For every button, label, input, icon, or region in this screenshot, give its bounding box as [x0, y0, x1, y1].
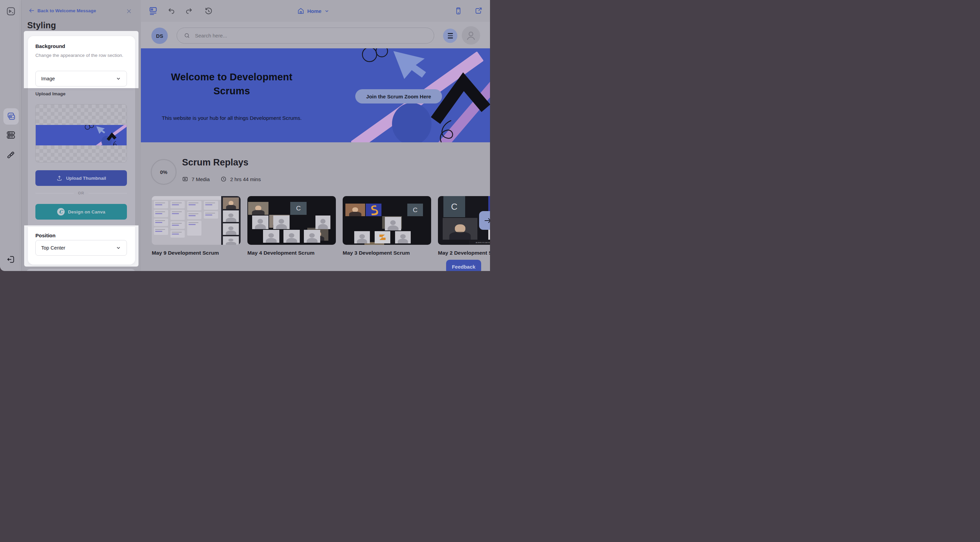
history-button[interactable] — [204, 6, 213, 15]
or-divider: OR — [35, 191, 127, 195]
sections-icon — [148, 6, 158, 16]
chevron-down-icon — [116, 245, 121, 250]
chevron-down-icon — [116, 76, 121, 81]
media-rows-icon — [6, 130, 16, 140]
close-button[interactable] — [126, 8, 132, 14]
editor-main: Home DS — [141, 0, 490, 271]
transparency-checker — [36, 105, 127, 125]
position-label: Position — [35, 233, 56, 238]
video-card[interactable]: C — [247, 196, 336, 245]
preview-banner — [36, 125, 127, 145]
player-icon — [6, 6, 16, 16]
search-input[interactable] — [194, 32, 427, 39]
panel-title: Styling — [27, 21, 56, 30]
position-card: Position Top Center — [28, 227, 135, 265]
exit-button[interactable] — [6, 255, 16, 264]
playlist-title: Scrum Replays — [182, 157, 248, 168]
rail-item-styling-brush[interactable] — [6, 150, 16, 159]
page-name: Home — [307, 8, 321, 14]
background-description: Change the appearance of the row section… — [35, 52, 127, 59]
video-card[interactable] — [152, 196, 240, 245]
editor-toolbar: Home — [141, 0, 490, 22]
site-menu-button[interactable] — [443, 29, 457, 43]
position-select[interactable]: Top Center — [35, 240, 127, 256]
exit-icon — [6, 255, 16, 264]
arrow-right-icon — [483, 216, 490, 225]
video-title: May 3 Development Scrum — [343, 250, 410, 256]
app-window: Back to Welcome Message Styling Upload I… — [0, 0, 490, 271]
canva-icon: C — [57, 208, 65, 215]
external-link-icon — [474, 7, 482, 15]
site-logo-avatar[interactable]: DS — [151, 27, 168, 44]
media-count: 7 Media — [192, 176, 210, 182]
upload-thumbnail-label: Upload Thumbnail — [66, 176, 106, 181]
redo-button[interactable] — [185, 7, 193, 15]
rail-item-media-rows[interactable] — [6, 130, 16, 140]
design-on-canva-button[interactable]: C Design on Canva — [35, 204, 127, 220]
feedback-button[interactable]: Feedback — [446, 260, 481, 271]
mobile-preview-button[interactable] — [454, 7, 463, 15]
back-label: Back to Welcome Message — [37, 8, 96, 13]
user-icon — [465, 30, 477, 41]
c-initial-tile: C — [407, 204, 423, 216]
background-title: Background — [35, 43, 65, 49]
background-type-select[interactable]: Image — [35, 71, 127, 86]
site-search — [177, 27, 434, 43]
preview-decor — [36, 125, 127, 145]
brush-icon — [6, 150, 16, 159]
hero-subheading: This website is your hub for all things … — [156, 115, 307, 121]
background-type-value: Image — [41, 76, 55, 81]
undo-icon — [167, 7, 176, 15]
back-link[interactable]: Back to Welcome Message — [29, 8, 96, 14]
playlist-meta: 7 Media 2 hrs 44 mins — [182, 176, 261, 182]
position-value: Top Center — [41, 245, 65, 250]
kanban-screen — [152, 196, 221, 245]
hero-section: Welcome to Development Scrums This websi… — [141, 48, 490, 142]
video-title: May 4 Development Scrum — [247, 250, 314, 256]
home-icon — [297, 7, 305, 14]
close-icon — [126, 8, 132, 14]
history-icon — [204, 6, 213, 15]
webcam-strip — [221, 196, 240, 245]
cards-icon — [6, 112, 16, 121]
av-logo-tile: ALKEIN VILLAJOS — [469, 240, 490, 245]
image-preview — [35, 104, 127, 163]
progress-value: 0% — [160, 169, 167, 175]
chevron-down-icon — [324, 8, 329, 14]
media-icon — [182, 176, 188, 182]
upload-thumbnail-button[interactable]: Upload Thumbnail — [35, 170, 127, 186]
progress-ring: 0% — [151, 159, 177, 185]
redo-icon — [185, 7, 193, 15]
c-initial-tile: C — [443, 196, 465, 217]
next-card-edge — [27, 269, 135, 271]
rail-item-sections-active[interactable] — [3, 108, 19, 124]
z-logo-tile — [375, 231, 390, 244]
hero-heading-wrap: Welcome to Development Scrums — [161, 70, 302, 98]
canva-label: Design on Canva — [68, 209, 105, 215]
carousel-next-button[interactable] — [479, 211, 490, 230]
c-initial-tile: C — [290, 202, 307, 215]
undo-button[interactable] — [167, 7, 176, 15]
mobile-icon — [454, 7, 463, 15]
search-icon — [184, 32, 190, 39]
background-card: Background Change the appearance of the … — [28, 36, 135, 88]
or-label: OR — [78, 191, 84, 195]
left-rail — [0, 0, 22, 271]
join-zoom-button[interactable]: Join the Scrum Zoom Here — [355, 89, 442, 104]
clock-icon — [221, 176, 227, 182]
sections-tool-button[interactable] — [148, 6, 158, 16]
styling-panel: Back to Welcome Message Styling Upload I… — [22, 0, 141, 271]
video-title: May 9 Development Scrum — [152, 250, 219, 256]
video-card[interactable]: C — [343, 196, 431, 245]
page-selector[interactable]: Home — [297, 0, 329, 22]
video-widget-icon[interactable] — [6, 6, 16, 16]
duration: 2 hrs 44 mins — [230, 176, 261, 182]
upload-icon — [56, 175, 63, 182]
site-profile-avatar[interactable] — [462, 26, 480, 45]
open-live-site-button[interactable] — [474, 7, 482, 15]
spotlight-position: Position Top Center — [24, 225, 138, 266]
transparency-checker — [36, 145, 127, 163]
av-caption: ALKEIN VILLAJOS — [476, 242, 490, 244]
video-title: May 2 Development Scrum — [438, 250, 490, 256]
hero-heading: Welcome to Development Scrums — [161, 70, 302, 98]
